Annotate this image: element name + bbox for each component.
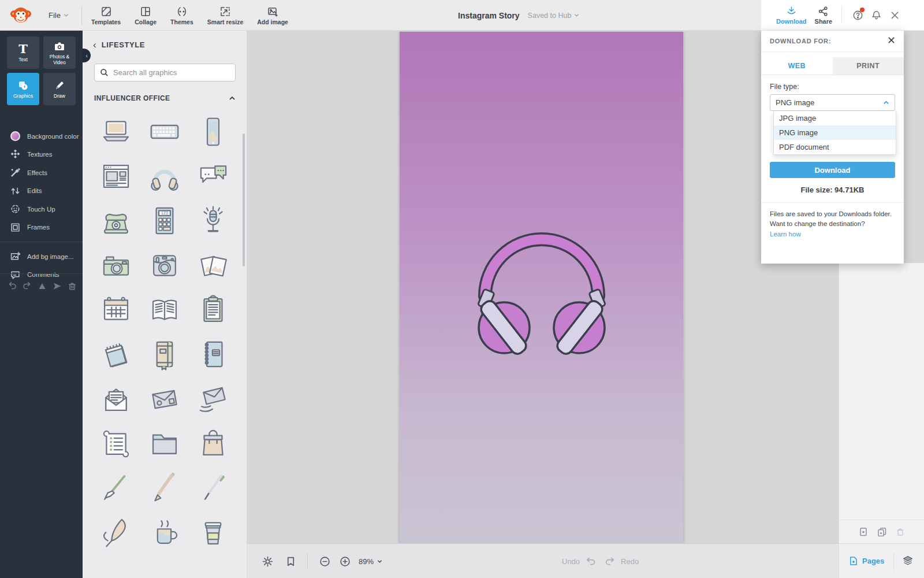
delete-page-icon[interactable] xyxy=(896,527,905,536)
panel-scrollbar[interactable] xyxy=(243,134,245,266)
design-guide-button[interactable] xyxy=(284,555,297,568)
graphic-coffee-cup[interactable] xyxy=(195,514,232,551)
graphic-paintbrush[interactable] xyxy=(98,469,135,506)
sidebar-item-edits[interactable]: Edits xyxy=(0,182,83,201)
graphic-instant-camera[interactable] xyxy=(146,247,183,284)
send-icon[interactable] xyxy=(53,281,62,291)
layers-button[interactable] xyxy=(902,555,915,568)
close-download-panel-button[interactable] xyxy=(888,36,895,46)
graphic-pencil[interactable] xyxy=(146,469,183,506)
add-image-button[interactable]: Add image xyxy=(257,6,288,25)
graphic-clipboard[interactable] xyxy=(195,291,232,328)
file-type-select[interactable]: PNG image xyxy=(770,94,895,111)
graphic-checklist-scroll[interactable] xyxy=(98,425,135,462)
graphic-pen[interactable] xyxy=(195,469,232,506)
tab-print[interactable]: PRINT xyxy=(833,57,904,75)
graphic-camera[interactable] xyxy=(98,247,135,284)
graphic-microphone[interactable] xyxy=(195,202,232,239)
zoom-level-selector[interactable]: 89% xyxy=(359,557,382,566)
graphic-calendar[interactable] xyxy=(98,291,135,328)
add-image-icon xyxy=(267,6,278,17)
close-editor-button[interactable] xyxy=(887,8,902,23)
redo-icon[interactable] xyxy=(23,281,32,291)
graphic-spiral-notebook[interactable] xyxy=(195,336,232,373)
option-jpg[interactable]: JPG image xyxy=(774,111,896,125)
notifications-button[interactable] xyxy=(869,8,884,23)
sidebar-footer xyxy=(0,273,83,291)
themes-button[interactable]: Themes xyxy=(170,6,193,25)
learn-how-link[interactable]: Learn how xyxy=(770,229,801,239)
collage-button[interactable]: Collage xyxy=(135,6,157,25)
zoom-in-button[interactable] xyxy=(338,555,351,568)
sidebar-item-effects[interactable]: Effects xyxy=(0,164,83,182)
graphic-photo-prints[interactable] xyxy=(195,247,232,284)
chevron-down-icon xyxy=(377,559,382,564)
page-icon[interactable] xyxy=(859,527,868,536)
page-controls xyxy=(839,520,924,536)
undo-icon[interactable] xyxy=(8,281,17,291)
saved-status[interactable]: Saved to Hub xyxy=(528,12,580,20)
graphic-open-envelope[interactable] xyxy=(98,380,135,417)
download-label: Download xyxy=(776,18,807,25)
zoom-out-button[interactable] xyxy=(318,555,331,568)
file-menu[interactable]: File xyxy=(49,0,69,31)
pages-button[interactable]: Pages xyxy=(848,556,884,566)
graphic-smartphone[interactable] xyxy=(195,113,232,150)
redo-button[interactable]: Redo xyxy=(604,557,639,566)
sidebar-item-add-bg-image[interactable]: Add bg image... xyxy=(0,247,83,266)
undo-redo-controls: Undo Redo xyxy=(562,544,639,578)
graphic-flying-envelope[interactable] xyxy=(195,380,232,417)
smart-resize-button[interactable]: Smart resize xyxy=(207,6,243,25)
graphic-rotary-phone[interactable] xyxy=(98,202,135,239)
toolbar-divider xyxy=(81,6,82,25)
graphics-section-header[interactable]: INFLUENCER OFFICE xyxy=(94,94,236,102)
graphic-browser-window[interactable] xyxy=(98,158,135,195)
triangle-icon[interactable] xyxy=(38,281,47,291)
header-divider xyxy=(841,6,842,24)
graphic-notepad[interactable] xyxy=(98,336,135,373)
graphic-folder[interactable] xyxy=(146,425,183,462)
tab-web[interactable]: WEB xyxy=(761,57,833,75)
graphic-laptop[interactable] xyxy=(98,113,135,150)
graphic-quill[interactable] xyxy=(98,514,135,551)
graphic-stamped-mail[interactable] xyxy=(146,380,183,417)
graphic-shopping-bag[interactable] xyxy=(195,425,232,462)
templates-button[interactable]: Templates xyxy=(91,6,121,25)
graphics-category-header[interactable]: ‹ LIFESTYLE xyxy=(83,31,247,50)
sidebar-item-frames[interactable]: Frames xyxy=(0,218,83,237)
canvas-settings-button[interactable] xyxy=(261,555,274,568)
close-icon xyxy=(888,36,895,44)
duplicate-page-icon[interactable] xyxy=(877,527,886,536)
picmonkey-logo-icon[interactable] xyxy=(9,4,32,27)
download-panel: DOWNLOAD FOR: WEB PRINT File type: PNG i… xyxy=(761,31,904,264)
graphic-journal[interactable] xyxy=(146,336,183,373)
graphics-search-input[interactable] xyxy=(113,68,230,77)
themes-icon xyxy=(176,6,188,17)
graphic-headphones[interactable] xyxy=(146,158,183,195)
tile-graphics[interactable]: Graphics xyxy=(7,73,39,105)
sidebar-item-touch-up[interactable]: Touch Up xyxy=(0,200,83,218)
undo-button[interactable]: Undo xyxy=(562,557,597,566)
trash-icon[interactable] xyxy=(68,281,77,291)
tile-draw[interactable]: Draw xyxy=(43,73,76,105)
graphic-keyboard[interactable] xyxy=(146,113,183,150)
sidebar-item-textures[interactable]: Textures xyxy=(0,146,83,164)
graphic-mug[interactable] xyxy=(146,514,183,551)
download-confirm-button[interactable]: Download xyxy=(770,162,895,178)
design-canvas[interactable] xyxy=(400,32,683,543)
headphones-graphic[interactable] xyxy=(455,208,628,355)
graphics-icon xyxy=(17,79,29,92)
graphic-calculator[interactable]: 123 xyxy=(146,202,183,239)
graphic-open-book[interactable] xyxy=(146,291,183,328)
tile-text[interactable]: T Text xyxy=(7,36,39,69)
graphic-chat-bubbles[interactable] xyxy=(195,158,232,195)
share-button[interactable]: Share xyxy=(815,6,833,25)
download-button-top[interactable]: Download xyxy=(776,6,807,25)
document-title: Instagram Story xyxy=(458,11,520,20)
bottom-left-controls: 89% xyxy=(261,544,382,578)
sidebar-item-background-color[interactable]: Background color xyxy=(0,127,83,146)
option-pdf[interactable]: PDF document xyxy=(774,140,896,154)
tile-photos-video[interactable]: Photos & Video xyxy=(43,36,76,69)
help-button[interactable] xyxy=(850,8,865,23)
option-png[interactable]: PNG image xyxy=(774,125,896,140)
